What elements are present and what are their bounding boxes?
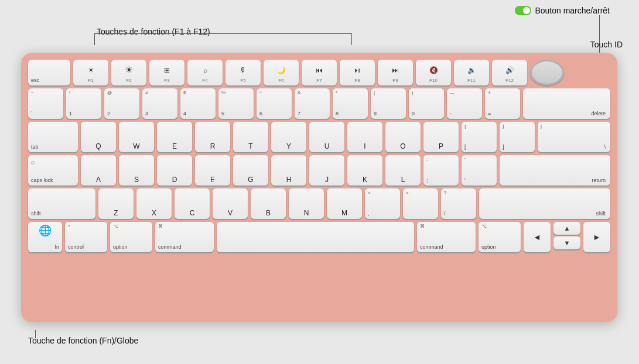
- key-capslock[interactable]: caps lock: [28, 155, 78, 186]
- key-slash[interactable]: ? /: [441, 188, 476, 219]
- key-r[interactable]: R: [195, 122, 230, 152]
- key-p[interactable]: P: [423, 122, 459, 152]
- key-command-right[interactable]: ⌘ command: [417, 222, 476, 252]
- key-h[interactable]: H: [271, 155, 306, 186]
- key-backtick[interactable]: ~ `: [28, 88, 63, 119]
- key-t[interactable]: T: [233, 122, 268, 152]
- key-f[interactable]: F: [195, 155, 230, 186]
- key-f11[interactable]: 🔉 F11: [454, 60, 489, 85]
- key-f1[interactable]: ☀ F1: [73, 60, 108, 85]
- key-v[interactable]: V: [213, 188, 248, 219]
- key-f10[interactable]: 🔇 F10: [416, 60, 451, 85]
- key-f9[interactable]: ⏭ F9: [378, 60, 413, 85]
- key-f2[interactable]: ☀ F2: [111, 60, 146, 85]
- arrow-ud-container: ▲ ▼: [553, 222, 580, 252]
- key-minus[interactable]: — -: [447, 88, 482, 119]
- key-equals[interactable]: + =: [485, 88, 520, 119]
- key-d[interactable]: D: [157, 155, 192, 186]
- key-arrow-down[interactable]: ▼: [553, 236, 580, 249]
- bracket-left: [94, 33, 95, 45]
- bracket-top: [94, 33, 352, 34]
- bottom-row: 🌐 fn ^ control ⌥ option ⌘ command ⌘ comm…: [28, 222, 610, 252]
- key-command-left[interactable]: ⌘ command: [155, 222, 214, 252]
- key-shift-left[interactable]: shift: [28, 188, 95, 219]
- function-row: esc ☀ F1 ☀ F2 ⊞ F3 ⌕ F4: [28, 60, 610, 85]
- key-7[interactable]: & 7: [295, 88, 330, 119]
- key-b[interactable]: B: [251, 188, 286, 219]
- key-o[interactable]: O: [385, 122, 421, 152]
- key-m[interactable]: M: [327, 188, 362, 219]
- key-c[interactable]: C: [175, 188, 210, 219]
- key-shift-right[interactable]: shift: [479, 188, 610, 219]
- key-8[interactable]: * 8: [333, 88, 368, 119]
- touchid-label: Touch ID: [590, 40, 623, 49]
- key-5[interactable]: % 5: [218, 88, 254, 119]
- key-g[interactable]: G: [233, 155, 268, 186]
- power-toggle[interactable]: [515, 6, 531, 15]
- function-keys-label: Touches de fonction (F1 à F12): [97, 27, 210, 36]
- key-n[interactable]: N: [289, 188, 324, 219]
- scene: Bouton marche/arrêt Touch ID Touches de …: [0, 0, 639, 364]
- qwerty-row: tab Q W E R T Y U I O P { [ } ] | \: [28, 122, 610, 152]
- key-return[interactable]: return: [500, 155, 610, 186]
- key-comma[interactable]: < ,: [365, 188, 400, 219]
- key-4[interactable]: $ 4: [180, 88, 216, 119]
- key-q[interactable]: Q: [81, 122, 116, 152]
- key-s[interactable]: S: [119, 155, 154, 186]
- key-backslash[interactable]: | \: [538, 122, 610, 152]
- bracket-right: [351, 33, 352, 45]
- key-x[interactable]: X: [136, 188, 172, 219]
- key-0[interactable]: ) 0: [409, 88, 444, 119]
- key-f8[interactable]: ⏯ F8: [340, 60, 375, 85]
- key-f4[interactable]: ⌕ F4: [187, 60, 223, 85]
- key-w[interactable]: W: [119, 122, 154, 152]
- key-tab[interactable]: tab: [28, 122, 78, 152]
- key-quote[interactable]: " ': [462, 155, 497, 186]
- key-delete[interactable]: delete: [523, 88, 610, 119]
- key-e[interactable]: E: [157, 122, 192, 152]
- key-6[interactable]: ^ 6: [257, 88, 292, 119]
- key-option-left[interactable]: ⌥ option: [110, 222, 152, 252]
- key-semicolon[interactable]: : ;: [423, 155, 459, 186]
- power-label-text: Bouton marche/arrêt: [535, 6, 610, 15]
- key-arrow-left[interactable]: ◄: [524, 222, 551, 252]
- key-f6[interactable]: 🌙 F6: [264, 60, 299, 85]
- zxcv-row: shift Z X C V B N M < , > . ? / shift: [28, 188, 610, 219]
- key-f12[interactable]: 🔊 F12: [492, 60, 527, 85]
- key-control[interactable]: ^ control: [65, 222, 107, 252]
- key-f3[interactable]: ⊞ F3: [149, 60, 184, 85]
- key-period[interactable]: > .: [403, 188, 438, 219]
- key-lbracket[interactable]: { [: [462, 122, 497, 152]
- toggle-knob: [523, 7, 530, 14]
- key-touchid[interactable]: [530, 60, 564, 85]
- key-u[interactable]: U: [309, 122, 344, 152]
- key-f5[interactable]: 🎙 F5: [225, 60, 261, 85]
- number-row: ~ ` ! 1 @ 2 # 3 $ 4 % 5: [28, 88, 610, 119]
- key-k[interactable]: K: [347, 155, 382, 186]
- key-f7[interactable]: ⏮ F7: [302, 60, 337, 85]
- key-z[interactable]: Z: [98, 188, 134, 219]
- key-i[interactable]: I: [347, 122, 382, 152]
- power-label: Bouton marche/arrêt: [515, 6, 610, 15]
- key-space[interactable]: [217, 222, 414, 252]
- asdf-row: caps lock A S D F G H J K L : ; " ' ret: [28, 155, 610, 186]
- key-j[interactable]: J: [309, 155, 344, 186]
- key-fn[interactable]: 🌐 fn: [28, 222, 62, 252]
- key-1[interactable]: ! 1: [66, 88, 101, 119]
- key-esc[interactable]: esc: [28, 60, 70, 85]
- key-arrow-up[interactable]: ▲: [553, 222, 580, 235]
- key-option-right[interactable]: ⌥ option: [479, 222, 521, 252]
- key-arrow-right[interactable]: ►: [583, 222, 610, 252]
- fn-globe-label: Touche de fonction (Fn)/Globe: [28, 336, 138, 345]
- key-rbracket[interactable]: } ]: [500, 122, 535, 152]
- fn-line: [35, 330, 36, 338]
- keyboard: esc ☀ F1 ☀ F2 ⊞ F3 ⌕ F4: [21, 53, 617, 322]
- key-a[interactable]: A: [81, 155, 116, 186]
- key-l[interactable]: L: [385, 155, 421, 186]
- key-y[interactable]: Y: [271, 122, 306, 152]
- key-9[interactable]: ( 9: [371, 88, 406, 119]
- key-3[interactable]: # 3: [142, 88, 177, 119]
- key-2[interactable]: @ 2: [104, 88, 139, 119]
